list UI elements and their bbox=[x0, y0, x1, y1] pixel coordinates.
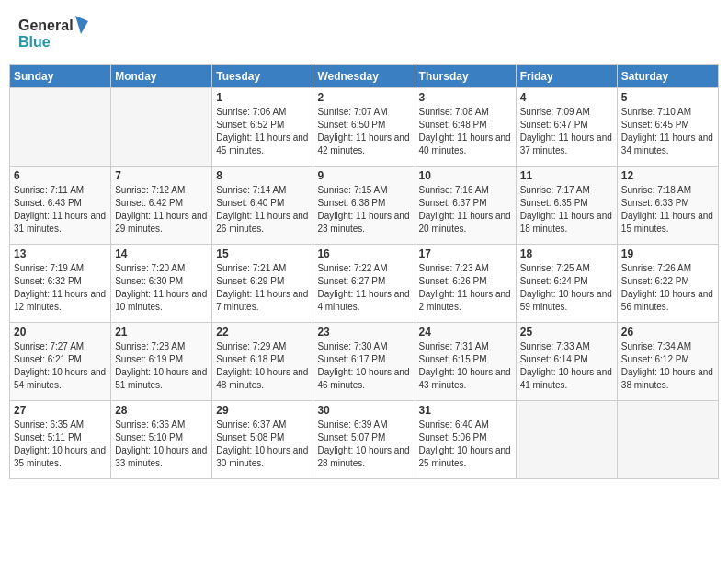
day-cell: 26Sunrise: 7:34 AM Sunset: 6:12 PM Dayli… bbox=[617, 323, 718, 401]
day-cell: 31Sunrise: 6:40 AM Sunset: 5:06 PM Dayli… bbox=[415, 401, 516, 479]
day-cell: 2Sunrise: 7:07 AM Sunset: 6:50 PM Daylig… bbox=[313, 88, 415, 167]
day-info: Sunrise: 7:10 AM Sunset: 6:45 PM Dayligh… bbox=[621, 106, 714, 157]
day-info: Sunrise: 7:06 AM Sunset: 6:52 PM Dayligh… bbox=[216, 106, 309, 157]
day-number: 5 bbox=[621, 91, 714, 104]
day-info: Sunrise: 6:40 AM Sunset: 5:06 PM Dayligh… bbox=[419, 419, 512, 470]
header-tuesday: Tuesday bbox=[212, 65, 313, 88]
day-number: 20 bbox=[14, 326, 107, 339]
day-cell: 27Sunrise: 6:35 AM Sunset: 5:11 PM Dayli… bbox=[10, 401, 111, 479]
day-cell: 7Sunrise: 7:12 AM Sunset: 6:42 PM Daylig… bbox=[111, 167, 212, 245]
day-cell: 5Sunrise: 7:10 AM Sunset: 6:45 PM Daylig… bbox=[617, 88, 718, 167]
day-cell: 20Sunrise: 7:27 AM Sunset: 6:21 PM Dayli… bbox=[10, 323, 111, 401]
day-cell: 3Sunrise: 7:08 AM Sunset: 6:48 PM Daylig… bbox=[415, 88, 516, 167]
day-info: Sunrise: 7:22 AM Sunset: 6:27 PM Dayligh… bbox=[317, 262, 410, 314]
day-info: Sunrise: 7:16 AM Sunset: 6:37 PM Dayligh… bbox=[419, 184, 512, 236]
day-cell: 11Sunrise: 7:17 AM Sunset: 6:35 PM Dayli… bbox=[516, 167, 617, 245]
day-number: 17 bbox=[419, 247, 512, 260]
day-number: 13 bbox=[14, 247, 107, 260]
day-info: Sunrise: 7:30 AM Sunset: 6:17 PM Dayligh… bbox=[317, 340, 410, 392]
day-number: 6 bbox=[14, 169, 107, 182]
day-cell: 18Sunrise: 7:25 AM Sunset: 6:24 PM Dayli… bbox=[516, 245, 617, 323]
day-cell: 9Sunrise: 7:15 AM Sunset: 6:38 PM Daylig… bbox=[313, 167, 415, 245]
day-number: 22 bbox=[216, 326, 309, 339]
day-info: Sunrise: 7:12 AM Sunset: 6:42 PM Dayligh… bbox=[115, 184, 208, 236]
day-info: Sunrise: 6:39 AM Sunset: 5:07 PM Dayligh… bbox=[317, 419, 410, 470]
day-cell: 15Sunrise: 7:21 AM Sunset: 6:29 PM Dayli… bbox=[212, 245, 313, 323]
week-row-3: 13Sunrise: 7:19 AM Sunset: 6:32 PM Dayli… bbox=[10, 245, 719, 323]
day-cell: 6Sunrise: 7:11 AM Sunset: 6:43 PM Daylig… bbox=[10, 167, 111, 245]
day-info: Sunrise: 7:29 AM Sunset: 6:18 PM Dayligh… bbox=[216, 340, 309, 392]
day-number: 31 bbox=[419, 404, 512, 417]
day-number: 7 bbox=[115, 169, 208, 182]
svg-marker-2 bbox=[75, 16, 88, 34]
svg-text:Blue: Blue bbox=[18, 34, 51, 50]
day-info: Sunrise: 7:26 AM Sunset: 6:22 PM Dayligh… bbox=[621, 262, 714, 314]
day-info: Sunrise: 7:15 AM Sunset: 6:38 PM Dayligh… bbox=[317, 184, 410, 236]
day-cell: 13Sunrise: 7:19 AM Sunset: 6:32 PM Dayli… bbox=[10, 245, 111, 323]
day-cell bbox=[10, 88, 111, 167]
day-number: 9 bbox=[317, 169, 410, 182]
day-cell: 10Sunrise: 7:16 AM Sunset: 6:37 PM Dayli… bbox=[415, 167, 516, 245]
day-info: Sunrise: 7:11 AM Sunset: 6:43 PM Dayligh… bbox=[14, 184, 107, 236]
logo: GeneralBlue bbox=[18, 14, 92, 51]
day-cell: 12Sunrise: 7:18 AM Sunset: 6:33 PM Dayli… bbox=[617, 167, 718, 245]
day-info: Sunrise: 7:23 AM Sunset: 6:26 PM Dayligh… bbox=[419, 262, 512, 314]
week-row-4: 20Sunrise: 7:27 AM Sunset: 6:21 PM Dayli… bbox=[10, 323, 719, 401]
day-cell: 4Sunrise: 7:09 AM Sunset: 6:47 PM Daylig… bbox=[516, 88, 617, 167]
day-number: 25 bbox=[520, 326, 613, 339]
day-number: 21 bbox=[115, 326, 208, 339]
day-cell bbox=[617, 401, 718, 479]
day-info: Sunrise: 7:28 AM Sunset: 6:19 PM Dayligh… bbox=[115, 340, 208, 392]
day-number: 18 bbox=[520, 247, 613, 260]
day-cell: 16Sunrise: 7:22 AM Sunset: 6:27 PM Dayli… bbox=[313, 245, 415, 323]
day-info: Sunrise: 7:21 AM Sunset: 6:29 PM Dayligh… bbox=[216, 262, 309, 314]
day-cell: 19Sunrise: 7:26 AM Sunset: 6:22 PM Dayli… bbox=[617, 245, 718, 323]
day-number: 19 bbox=[621, 247, 714, 260]
day-number: 1 bbox=[216, 91, 309, 104]
calendar-table: SundayMondayTuesdayWednesdayThursdayFrid… bbox=[9, 64, 719, 479]
week-row-2: 6Sunrise: 7:11 AM Sunset: 6:43 PM Daylig… bbox=[10, 167, 719, 245]
header-thursday: Thursday bbox=[415, 65, 516, 88]
day-cell: 28Sunrise: 6:36 AM Sunset: 5:10 PM Dayli… bbox=[111, 401, 212, 479]
day-number: 23 bbox=[317, 326, 410, 339]
day-info: Sunrise: 7:18 AM Sunset: 6:33 PM Dayligh… bbox=[621, 184, 714, 236]
day-number: 12 bbox=[621, 169, 714, 182]
day-info: Sunrise: 7:07 AM Sunset: 6:50 PM Dayligh… bbox=[317, 106, 410, 157]
day-cell: 8Sunrise: 7:14 AM Sunset: 6:40 PM Daylig… bbox=[212, 167, 313, 245]
day-info: Sunrise: 7:34 AM Sunset: 6:12 PM Dayligh… bbox=[621, 340, 714, 392]
header-sunday: Sunday bbox=[10, 65, 111, 88]
day-cell: 1Sunrise: 7:06 AM Sunset: 6:52 PM Daylig… bbox=[212, 88, 313, 167]
day-info: Sunrise: 7:14 AM Sunset: 6:40 PM Dayligh… bbox=[216, 184, 309, 236]
week-row-1: 1Sunrise: 7:06 AM Sunset: 6:52 PM Daylig… bbox=[10, 88, 719, 167]
day-cell: 23Sunrise: 7:30 AM Sunset: 6:17 PM Dayli… bbox=[313, 323, 415, 401]
day-cell: 30Sunrise: 6:39 AM Sunset: 5:07 PM Dayli… bbox=[313, 401, 415, 479]
day-info: Sunrise: 7:25 AM Sunset: 6:24 PM Dayligh… bbox=[520, 262, 613, 314]
day-info: Sunrise: 6:35 AM Sunset: 5:11 PM Dayligh… bbox=[14, 419, 107, 470]
day-number: 4 bbox=[520, 91, 613, 104]
day-cell bbox=[516, 401, 617, 479]
header-row: SundayMondayTuesdayWednesdayThursdayFrid… bbox=[10, 65, 719, 88]
day-number: 11 bbox=[520, 169, 613, 182]
week-row-5: 27Sunrise: 6:35 AM Sunset: 5:11 PM Dayli… bbox=[10, 401, 719, 479]
day-info: Sunrise: 7:09 AM Sunset: 6:47 PM Dayligh… bbox=[520, 106, 613, 157]
day-info: Sunrise: 6:37 AM Sunset: 5:08 PM Dayligh… bbox=[216, 419, 309, 470]
day-number: 27 bbox=[14, 404, 107, 417]
day-number: 3 bbox=[419, 91, 512, 104]
day-info: Sunrise: 6:36 AM Sunset: 5:10 PM Dayligh… bbox=[115, 419, 208, 470]
day-info: Sunrise: 7:19 AM Sunset: 6:32 PM Dayligh… bbox=[14, 262, 107, 314]
day-cell: 21Sunrise: 7:28 AM Sunset: 6:19 PM Dayli… bbox=[111, 323, 212, 401]
day-cell bbox=[111, 88, 212, 167]
logo-svg: GeneralBlue bbox=[18, 14, 92, 51]
header-friday: Friday bbox=[516, 65, 617, 88]
day-info: Sunrise: 7:33 AM Sunset: 6:14 PM Dayligh… bbox=[520, 340, 613, 392]
day-number: 2 bbox=[317, 91, 410, 104]
day-number: 26 bbox=[621, 326, 714, 339]
day-info: Sunrise: 7:31 AM Sunset: 6:15 PM Dayligh… bbox=[419, 340, 512, 392]
day-number: 24 bbox=[419, 326, 512, 339]
day-number: 8 bbox=[216, 169, 309, 182]
day-info: Sunrise: 7:20 AM Sunset: 6:30 PM Dayligh… bbox=[115, 262, 208, 314]
day-number: 16 bbox=[317, 247, 410, 260]
svg-text:General: General bbox=[18, 17, 74, 33]
header-saturday: Saturday bbox=[617, 65, 718, 88]
day-info: Sunrise: 7:27 AM Sunset: 6:21 PM Dayligh… bbox=[14, 340, 107, 392]
